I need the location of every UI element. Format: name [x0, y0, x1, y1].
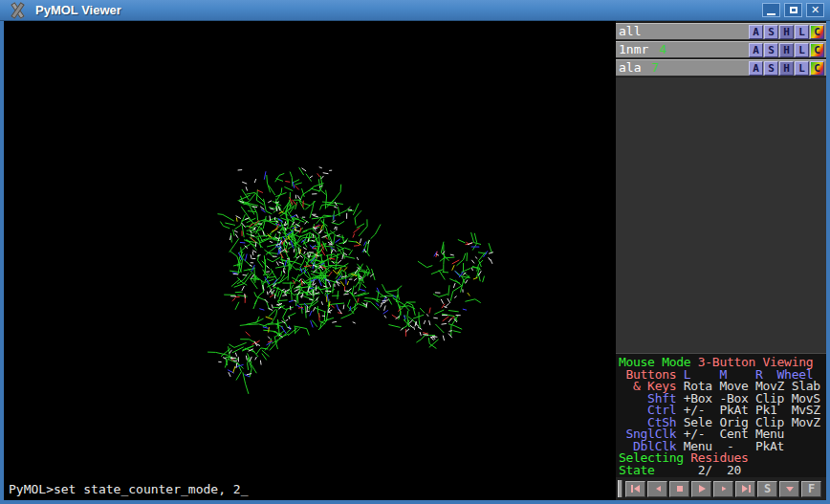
- close-icon: ✕: [811, 5, 819, 15]
- skip-start-icon: [629, 483, 643, 494]
- a-menu-button[interactable]: A: [749, 43, 763, 57]
- command-line[interactable]: PyMOL>set state_counter_mode, 2_: [4, 477, 616, 500]
- object-row-ala[interactable]: ala 7ASHLC: [616, 59, 826, 77]
- h-menu-button[interactable]: H: [779, 61, 794, 76]
- small-arrow-right-icon: [717, 483, 731, 494]
- play-button[interactable]: [691, 481, 711, 497]
- x11-logo-icon: [8, 3, 27, 18]
- command-cursor: _: [241, 482, 249, 496]
- a-menu-button[interactable]: A: [749, 61, 763, 76]
- stop-button[interactable]: [669, 481, 689, 497]
- object-row-all[interactable]: allASHLC: [616, 23, 826, 40]
- c-menu-button[interactable]: C: [810, 43, 824, 57]
- skip-to-end-button[interactable]: [735, 481, 755, 497]
- object-name: ala: [616, 60, 641, 76]
- window-controls: ✕: [762, 3, 824, 17]
- object-state-count: 7: [641, 60, 659, 76]
- toolbar-grip[interactable]: [618, 480, 622, 497]
- s-menu-button[interactable]: S: [764, 43, 778, 57]
- viewer-column: PyMOL>set state_counter_mode, 2_: [4, 21, 616, 500]
- triangle-left-icon: [651, 483, 665, 494]
- object-row-1nmr[interactable]: 1nmr 4ASHLC: [616, 41, 826, 58]
- s-menu-button[interactable]: S: [764, 25, 778, 39]
- state-menu-button[interactable]: [779, 481, 799, 497]
- command-prompt: PyMOL>: [9, 482, 54, 496]
- minimize-icon: [767, 13, 775, 15]
- panel-spacer: [616, 77, 826, 354]
- mouse-mode-matrix: Mouse Mode 3-Button Viewing Buttons L M …: [616, 354, 826, 477]
- object-action-buttons: ASHLC: [749, 43, 824, 57]
- pymol-window: PyMOL Viewer ✕ PyMOL>set state_counter_m…: [0, 0, 830, 504]
- c-menu-button[interactable]: C: [810, 25, 824, 39]
- l-menu-button[interactable]: L: [795, 61, 809, 76]
- 3d-viewport[interactable]: [4, 21, 616, 477]
- maximize-icon: [790, 7, 797, 13]
- step-forward-button[interactable]: [713, 481, 733, 497]
- h-menu-button[interactable]: H: [779, 43, 794, 57]
- step-back-button[interactable]: [647, 481, 667, 497]
- control-panel: allASHLC1nmr 4ASHLCala 7ASHLC Mouse Mode…: [616, 21, 826, 500]
- movie-controls: SF: [616, 477, 826, 500]
- object-action-buttons: ASHLC: [749, 61, 824, 76]
- square-icon: [673, 483, 687, 494]
- molecule-hydrogen-bonds: [218, 167, 493, 377]
- object-name: all: [616, 24, 641, 39]
- a-menu-button[interactable]: A: [749, 25, 763, 39]
- command-text: set state_counter_mode, 2: [54, 482, 241, 496]
- scene-button[interactable]: S: [757, 481, 777, 497]
- object-action-buttons: ASHLC: [749, 25, 824, 39]
- window-body: PyMOL>set state_counter_mode, 2_ allASHL…: [4, 21, 826, 500]
- object-list: allASHLC1nmr 4ASHLCala 7ASHLC: [616, 21, 826, 77]
- l-menu-button[interactable]: L: [795, 25, 809, 39]
- l-menu-button[interactable]: L: [795, 43, 809, 57]
- molecule-render: [4, 21, 616, 477]
- triangle-down-icon: [783, 483, 797, 494]
- object-name: 1nmr: [616, 42, 648, 57]
- close-button[interactable]: ✕: [806, 3, 824, 17]
- s-menu-button[interactable]: S: [764, 61, 778, 76]
- h-menu-button[interactable]: H: [779, 25, 794, 39]
- c-menu-button[interactable]: C: [810, 61, 824, 76]
- minimize-button[interactable]: [762, 3, 780, 17]
- object-state-count: 4: [648, 42, 666, 57]
- triangle-right-icon: [695, 483, 709, 494]
- window-title: PyMOL Viewer: [35, 3, 121, 17]
- full-screen-button[interactable]: F: [801, 481, 821, 497]
- skip-to-start-button[interactable]: [625, 481, 645, 497]
- mouse-matrix-line[interactable]: State 2/ 20: [619, 465, 826, 477]
- title-bar: PyMOL Viewer ✕: [0, 0, 830, 21]
- maximize-button[interactable]: [784, 3, 802, 17]
- skip-end-icon: [739, 483, 753, 494]
